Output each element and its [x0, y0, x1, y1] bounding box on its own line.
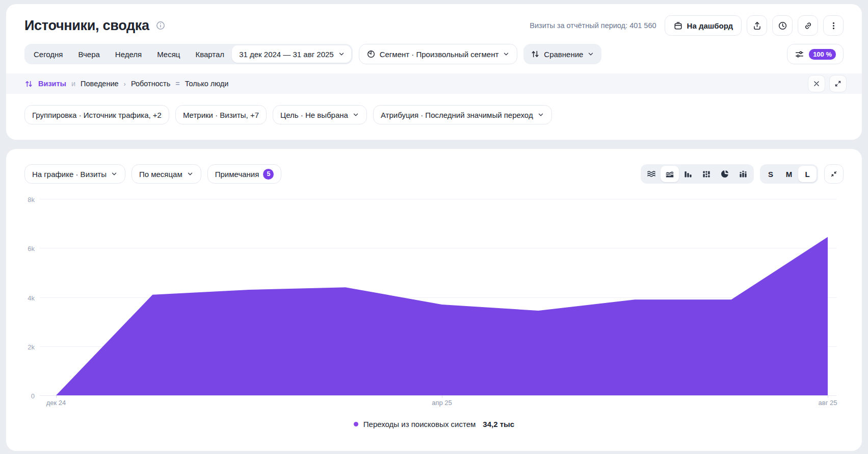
clock-icon	[778, 21, 787, 31]
granularity-dropdown[interactable]: По месяцам	[131, 164, 201, 184]
sampling-badge: 100 %	[809, 49, 836, 60]
segment-dropdown-label: Сегмент · Произвольный сегмент	[380, 50, 499, 59]
legend-item[interactable]: Переходы из поисковых систем 34,2 тыс	[6, 420, 862, 428]
goal-dropdown[interactable]: Цель · Не выбрана	[273, 105, 367, 124]
share-button[interactable]	[747, 15, 767, 36]
x-axis-tick	[442, 395, 442, 398]
info-icon[interactable]	[155, 20, 166, 31]
history-button[interactable]	[772, 15, 793, 36]
size-l-button[interactable]: L	[798, 166, 817, 182]
chart-type-switcher	[641, 164, 754, 184]
chevron-down-icon	[352, 111, 359, 118]
pie-icon	[366, 49, 376, 59]
more-menu-button[interactable]	[823, 15, 844, 36]
chevron-down-icon	[503, 51, 510, 58]
segment-equals: =	[175, 80, 179, 88]
legend-dot-icon	[354, 422, 358, 426]
tab-quarter[interactable]: Квартал	[188, 45, 232, 63]
chevron-down-icon	[537, 111, 544, 118]
link-icon	[803, 21, 813, 31]
dashboard-icon	[673, 21, 683, 31]
chart-plot[interactable]: 8k 6k 4k 2k 0 дек 24 апр 25 авг 25	[40, 199, 835, 395]
chart-toolbar: S M L	[641, 164, 844, 184]
to-dashboard-button[interactable]: На дашборд	[665, 15, 742, 36]
segment-bar-actions	[808, 75, 847, 92]
comparison-dropdown[interactable]: Сравнение	[523, 44, 601, 64]
chevron-down-icon	[111, 170, 118, 178]
granularity-label: По месяцам	[139, 170, 182, 179]
y-axis-label: 8k	[16, 196, 35, 204]
chart-collapse-button[interactable]	[824, 164, 844, 184]
sliders-icon	[795, 49, 804, 59]
segment-close-button[interactable]	[808, 75, 825, 92]
chart-controls-row: На графике · Визиты По месяцам Примечани…	[6, 164, 862, 184]
header-row: Источники, сводка Визиты за отчётный пер…	[24, 15, 844, 36]
attribution-label: Атрибуция · Последний значимый переход	[381, 111, 533, 119]
attribution-dropdown[interactable]: Атрибуция · Последний значимый переход	[373, 105, 552, 124]
chart-type-stacked-bar-button[interactable]	[697, 166, 716, 182]
segment-value[interactable]: Только люди	[185, 80, 229, 88]
segment-path-child[interactable]: Роботность	[131, 80, 170, 88]
collapse-icon	[830, 170, 838, 178]
sampling-settings[interactable]: 100 %	[787, 44, 844, 64]
segment-conjunction: и	[71, 80, 75, 88]
segment-metric[interactable]: Визиты	[38, 80, 66, 88]
chart-type-pie-button[interactable]	[716, 166, 734, 182]
report-settings-row: Группировка · Источник трафика, +2 Метри…	[24, 105, 844, 124]
line-chart-icon	[646, 169, 656, 179]
kebab-menu-icon	[829, 21, 838, 31]
area-chart-icon	[665, 169, 675, 179]
summary-card: Источники, сводка Визиты за отчётный пер…	[6, 4, 862, 140]
stacked-bar-chart-icon	[701, 169, 712, 179]
x-axis-tick	[828, 395, 828, 398]
metrics-dropdown[interactable]: Метрики · Визиты, +7	[175, 105, 267, 124]
tab-today[interactable]: Сегодня	[26, 45, 71, 63]
compare-arrows-icon	[24, 80, 33, 88]
date-range-picker[interactable]: 31 дек 2024 — 31 авг 2025	[232, 45, 351, 63]
x-axis-tick	[56, 395, 57, 398]
legend-label: Переходы из поисковых систем	[363, 420, 476, 428]
notes-button[interactable]: Примечания 5	[207, 164, 282, 184]
chart-type-area-button[interactable]	[661, 166, 679, 182]
bar-chart-icon	[683, 169, 693, 179]
segment-path-parent[interactable]: Поведение	[81, 80, 118, 88]
page-title: Источники, сводка	[24, 18, 149, 34]
notes-count-badge: 5	[263, 169, 274, 180]
chart-card: На графике · Визиты По месяцам Примечани…	[6, 149, 862, 451]
x-axis-label: апр 25	[432, 399, 452, 407]
size-s-button[interactable]: S	[761, 166, 780, 182]
metrics-label: Метрики · Визиты, +7	[183, 111, 259, 119]
close-icon	[812, 80, 821, 88]
goal-label: Цель · Не выбрана	[280, 111, 348, 119]
chart-size-switcher: S M L	[760, 164, 818, 184]
copy-link-button[interactable]	[798, 15, 818, 36]
tab-yesterday[interactable]: Вчера	[71, 45, 108, 63]
size-m-button[interactable]: M	[780, 166, 798, 182]
chevron-down-icon	[338, 51, 345, 58]
segment-expand-button[interactable]	[829, 75, 847, 92]
pie-chart-icon	[720, 169, 730, 179]
chart-type-column-button[interactable]	[734, 166, 752, 182]
area-series	[40, 199, 835, 395]
chart-type-line-button[interactable]	[642, 166, 661, 182]
compare-arrows-icon	[531, 49, 540, 59]
segment-dropdown[interactable]: Сегмент · Произвольный сегмент	[359, 44, 518, 64]
expand-icon	[834, 80, 842, 88]
tab-week[interactable]: Неделя	[108, 45, 149, 63]
tab-month[interactable]: Месяц	[149, 45, 188, 63]
chart-type-bar-button[interactable]	[679, 166, 697, 182]
x-axis-label: дек 24	[46, 399, 66, 407]
active-segment-bar: Визиты и Поведение › Роботность = Только…	[6, 73, 862, 94]
y-axis-label: 0	[16, 392, 35, 400]
chevron-down-icon	[587, 51, 594, 58]
visits-total: Визиты за отчётный период: 401 560	[530, 21, 656, 30]
on-chart-dropdown[interactable]: На графике · Визиты	[24, 164, 125, 184]
filter-row: Сегодня Вчера Неделя Месяц Квартал 31 де…	[24, 44, 844, 64]
grouping-label: Группировка · Источник трафика, +2	[32, 111, 162, 119]
on-chart-label: На графике · Визиты	[32, 170, 107, 179]
date-range-value: 31 дек 2024 — 31 авг 2025	[239, 50, 334, 59]
grouping-dropdown[interactable]: Группировка · Источник трафика, +2	[24, 105, 169, 124]
y-axis-label: 4k	[16, 294, 35, 301]
gridline-0: 0	[40, 395, 836, 396]
chevron-down-icon	[187, 170, 194, 178]
